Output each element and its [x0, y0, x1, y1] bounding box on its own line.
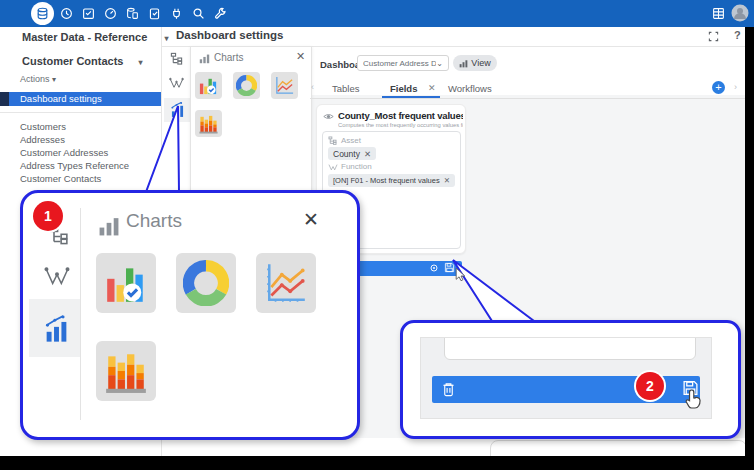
charts-panel-title: Charts [126, 210, 182, 232]
sidebar-item-customer-addresses[interactable]: Customer Addresses [20, 147, 155, 159]
field-card-title: County_Most frequent values [338, 110, 463, 121]
sidebar-item-addresses[interactable]: Addresses [20, 134, 155, 146]
tabs-scroll-left-icon[interactable]: ‹ [311, 82, 314, 92]
zoomed-card-bottom [444, 337, 696, 360]
panel-strip-divider [80, 208, 81, 420]
tabs-scroll-right-icon[interactable]: › [734, 82, 737, 92]
caret-down-icon: ⌄ [436, 59, 443, 68]
actions-menu[interactable]: Actions ▾ [20, 74, 56, 84]
callout-2-badge: 2 [636, 372, 664, 400]
callout-1-badge: 1 [33, 201, 63, 231]
charts-panel-title-icon [98, 215, 120, 237]
user-avatar[interactable] [731, 4, 749, 22]
tab-fields[interactable]: Fields [390, 83, 417, 94]
tab-workflows[interactable]: Workflows [448, 83, 492, 94]
caret-down-icon: ▾ [139, 58, 143, 67]
app-window: Master Data - Reference ▾ Customer Conta… [0, 0, 754, 470]
table-grid-icon[interactable] [712, 7, 725, 20]
sidebar-item-customer-contacts[interactable]: Customer Contacts [20, 173, 155, 185]
line-chart-tile[interactable] [256, 253, 316, 313]
close-icon[interactable]: ✕ [296, 50, 305, 63]
asset-label: Asset [341, 136, 361, 145]
callout-1: Charts ✕ [20, 190, 360, 440]
charts-panel-title: Charts [214, 52, 243, 63]
function-chip-label: [ON] F01 - Most frequent values [333, 176, 440, 185]
top-toolbar [0, 0, 754, 27]
chart-icon[interactable] [171, 102, 184, 117]
screen-edge-bottom [0, 456, 754, 470]
help-icon[interactable]: ? [734, 29, 741, 41]
function-icon[interactable] [169, 77, 184, 89]
database-icon [36, 7, 49, 20]
close-icon[interactable]: ✕ [303, 208, 319, 231]
dashboard-select[interactable]: Customer Address Datase ⌄ [357, 55, 449, 71]
gear-icon[interactable] [429, 263, 439, 273]
hierarchy-icon[interactable] [170, 52, 183, 65]
hand-cursor [682, 388, 704, 412]
bar-chart-tile[interactable] [195, 72, 222, 99]
sidebar-separator [0, 112, 161, 113]
view-button-label: View [471, 58, 490, 68]
function-chip[interactable]: [ON] F01 - Most frequent values ✕ [328, 174, 455, 187]
donut-chart-tile[interactable] [233, 72, 260, 99]
hierarchy-icon [328, 136, 337, 145]
stacked-bar-chart-tile[interactable] [195, 110, 222, 137]
function-icon [328, 163, 338, 171]
eye-icon[interactable] [323, 112, 334, 121]
plug-icon[interactable] [170, 7, 183, 20]
asset-chip[interactable]: County ✕ [328, 147, 376, 160]
selected-item-accent [0, 92, 9, 106]
domain-selector[interactable]: Master Data - Reference ▾ [22, 31, 168, 43]
asset-chip-label: County [333, 149, 360, 159]
view-button[interactable]: View [453, 55, 497, 71]
line-chart-tile[interactable] [271, 72, 298, 99]
arrow-cursor [455, 267, 467, 282]
entity-selector-label: Customer Contacts [22, 55, 123, 67]
stacked-bar-chart-tile[interactable] [96, 341, 156, 401]
save-icon[interactable] [444, 262, 455, 273]
dashboard-select-value: Customer Address Datase [363, 59, 436, 68]
sidebar-item-dashboard-settings[interactable]: Dashboard settings [0, 92, 161, 106]
chart-icon[interactable] [45, 315, 68, 342]
chart-mini-icon [459, 59, 468, 68]
database-doc-icon[interactable] [126, 7, 139, 20]
function-label: Function [341, 162, 372, 171]
donut-chart-tile[interactable] [176, 253, 236, 313]
page-title: Dashboard settings [176, 29, 283, 41]
gauge-icon[interactable] [104, 7, 117, 20]
actions-label: Actions [20, 74, 50, 84]
tab-tables[interactable]: Tables [332, 83, 359, 94]
remove-icon[interactable]: ✕ [364, 149, 371, 159]
tabs-divider [310, 98, 745, 99]
tab-close-icon[interactable]: ✕ [428, 83, 436, 93]
caret-down-icon: ▾ [164, 34, 168, 43]
wrench-icon[interactable] [214, 7, 227, 20]
callout-2 [400, 320, 741, 439]
screen-edge-right [745, 27, 754, 470]
expand-icon[interactable] [708, 31, 719, 42]
search-icon[interactable] [192, 7, 205, 20]
caret-down-icon: ▾ [52, 75, 56, 84]
clipboard-check-icon[interactable] [148, 7, 161, 20]
remove-icon[interactable]: ✕ [444, 176, 450, 185]
domain-selector-label: Master Data - Reference [22, 31, 147, 43]
add-tab-button[interactable]: + [712, 81, 725, 94]
entity-selector[interactable]: Customer Contacts ▾ [22, 55, 143, 67]
field-card-subtitle: Computes the most frequently occurring v… [338, 122, 463, 128]
clock-icon[interactable] [60, 7, 73, 20]
toolbar-database-active[interactable] [31, 2, 54, 25]
bar-chart-tile[interactable] [96, 253, 156, 313]
charts-panel-title-icon [199, 53, 210, 64]
function-icon[interactable] [44, 266, 70, 286]
sidebar-item-customers[interactable]: Customers [20, 121, 155, 133]
trash-icon[interactable] [441, 381, 456, 397]
calendar-check-icon[interactable] [82, 7, 95, 20]
sidebar-item-address-types-reference[interactable]: Address Types Reference [20, 160, 155, 172]
